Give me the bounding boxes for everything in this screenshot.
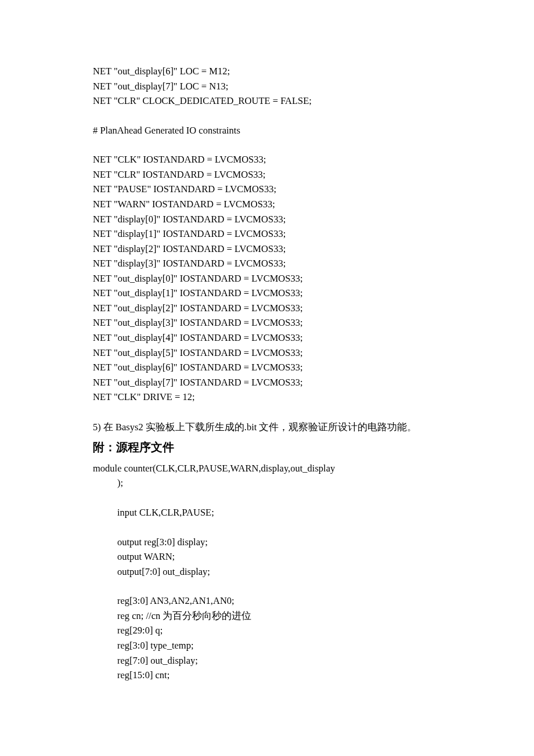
constraints-block-1: NET "out_display[6]" LOC = M12; NET "out… <box>93 64 447 109</box>
decl-line: output[7:0] out_display; <box>93 564 447 579</box>
section-heading: 附：源程序文件 <box>93 439 447 456</box>
code-line: NET "out_display[6]" LOC = M12; <box>93 64 447 79</box>
comment-line: # PlanAhead Generated IO constraints <box>93 123 447 138</box>
decl-line: reg[3:0] AN3,AN2,AN1,AN0; <box>93 593 447 609</box>
code-line: NET "out_display[4]" IOSTANDARD = LVCMOS… <box>93 330 447 345</box>
code-line: NET "CLK" DRIVE = 12; <box>93 390 447 405</box>
decl-line: reg[29:0] q; <box>93 623 447 638</box>
module-declaration: module counter(CLK,CLR,PAUSE,WARN,displa… <box>93 461 447 476</box>
decl-line: output WARN; <box>93 549 447 564</box>
spacer <box>93 491 447 505</box>
constraints-block-2: NET "CLK" IOSTANDARD = LVCMOS33; NET "CL… <box>93 152 447 405</box>
code-line: NET "out_display[3]" IOSTANDARD = LVCMOS… <box>93 315 447 330</box>
code-line: NET "out_display[1]" IOSTANDARD = LVCMOS… <box>93 286 447 301</box>
code-line: NET "display[1]" IOSTANDARD = LVCMOS33; <box>93 226 447 242</box>
decl-line: reg[7:0] out_display; <box>93 653 447 668</box>
decl-line: reg[3:0] type_temp; <box>93 638 447 653</box>
module-close-paren: ); <box>93 476 447 491</box>
spacer <box>93 138 447 152</box>
spacer <box>93 579 447 593</box>
step-description: 5) 在 Basys2 实验板上下载所生成的.bit 文件，观察验证所设计的电路… <box>93 419 447 436</box>
code-line: NET "WARN" IOSTANDARD = LVCMOS33; <box>93 197 447 212</box>
code-line: NET "out_display[0]" IOSTANDARD = LVCMOS… <box>93 271 447 286</box>
code-line: NET "out_display[2]" IOSTANDARD = LVCMOS… <box>93 301 447 316</box>
spacer <box>93 520 447 535</box>
decl-line: reg[15:0] cnt; <box>93 668 447 683</box>
code-line: NET "display[0]" IOSTANDARD = LVCMOS33; <box>93 212 447 227</box>
code-line: NET "out_display[5]" IOSTANDARD = LVCMOS… <box>93 345 447 361</box>
code-line: NET "out_display[7]" LOC = N13; <box>93 79 447 94</box>
code-line: NET "PAUSE" IOSTANDARD = LVCMOS33; <box>93 182 447 197</box>
code-line: NET "out_display[7]" IOSTANDARD = LVCMOS… <box>93 375 447 390</box>
code-line: NET "out_display[6]" IOSTANDARD = LVCMOS… <box>93 360 447 375</box>
code-line: NET "CLK" IOSTANDARD = LVCMOS33; <box>93 152 447 167</box>
code-line: NET "CLR" IOSTANDARD = LVCMOS33; <box>93 167 447 182</box>
code-line: NET "display[3]" IOSTANDARD = LVCMOS33; <box>93 256 447 271</box>
spacer <box>93 109 447 123</box>
spacer <box>93 405 447 419</box>
decl-line: output reg[3:0] display; <box>93 535 447 550</box>
code-line: NET "display[2]" IOSTANDARD = LVCMOS33; <box>93 242 447 257</box>
code-line: NET "CLR" CLOCK_DEDICATED_ROUTE = FALSE; <box>93 93 447 109</box>
decl-line: input CLK,CLR,PAUSE; <box>93 505 447 520</box>
decl-line: reg cn; //cn 为百分秒向秒的进位 <box>93 609 447 624</box>
